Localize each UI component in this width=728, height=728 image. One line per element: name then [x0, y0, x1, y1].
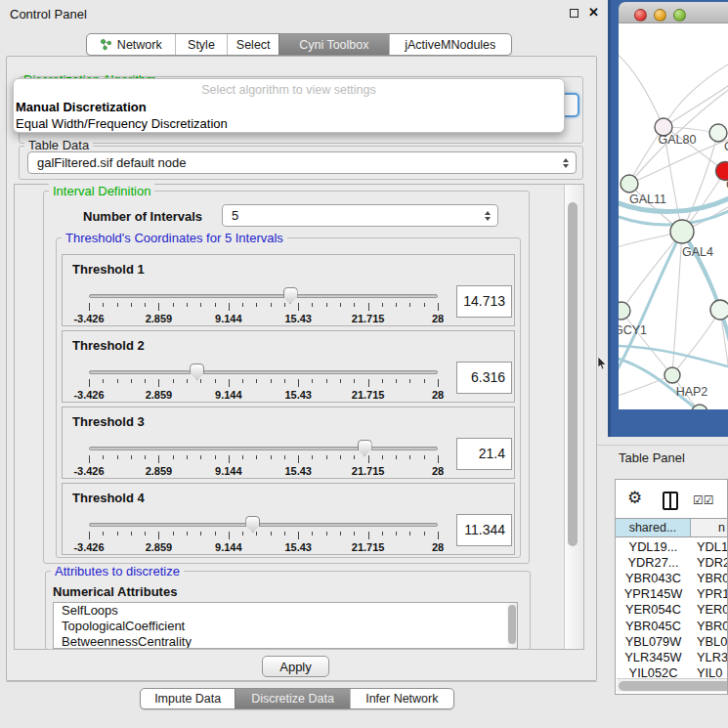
table-data-combo-value: galFiltered.sif default node: [37, 155, 186, 170]
threshold-slider[interactable]: -3.4262.8599.14415.4321.71528: [89, 515, 438, 554]
tab-style-label: Style: [188, 38, 215, 52]
slider-track[interactable]: [89, 294, 438, 298]
threshold-slider[interactable]: -3.4262.8599.14415.4321.71528: [89, 286, 438, 325]
tick-mark: [424, 303, 425, 307]
tab-style[interactable]: Style: [175, 34, 228, 55]
node-label-partial: G: [724, 140, 728, 153]
close-traffic-light-icon[interactable]: [634, 9, 647, 21]
tick-mark: [200, 455, 201, 459]
tick-mark: [173, 303, 174, 307]
slider-thumb[interactable]: [190, 364, 204, 380]
num-intervals-combo[interactable]: 5: [222, 204, 498, 227]
gear-icon[interactable]: ⚙: [627, 488, 642, 507]
node-label: GAL11: [629, 193, 666, 206]
threshold-slider[interactable]: -3.4262.8599.14415.4321.71528: [89, 363, 438, 402]
table-row[interactable]: YER054CYER0: [616, 602, 727, 618]
threshold-slider[interactable]: -3.4262.8599.14415.4321.71528: [89, 439, 438, 478]
cell-name[interactable]: YIL0: [691, 665, 727, 679]
cell-name[interactable]: YBL0: [691, 634, 727, 649]
cell-shared-name[interactable]: YBR045C: [616, 619, 691, 633]
close-icon[interactable]: ✕: [588, 5, 599, 20]
network-view-window[interactable]: GAL80GAL11GAL4GCY1HAP2GCH: [608, 0, 728, 437]
tick-mark: [103, 303, 104, 307]
slider-track[interactable]: [89, 447, 438, 450]
table-row[interactable]: YBR045CYBR0: [616, 618, 727, 633]
cell-name[interactable]: YER0: [691, 602, 727, 617]
table-row[interactable]: YLR345WYLR3: [616, 649, 727, 664]
settings-scrollbar-thumb[interactable]: [568, 202, 578, 546]
network-canvas[interactable]: GAL80GAL11GAL4GCY1HAP2GCH: [619, 23, 728, 409]
table-row[interactable]: YBL079WYBL0: [616, 633, 727, 649]
attributes-scrollbar-thumb[interactable]: [508, 605, 516, 644]
tab-jactivemnodules-label: jActiveMNodules: [405, 38, 495, 52]
tab-jactivemnodules[interactable]: jActiveMNodules: [389, 34, 511, 55]
table-row[interactable]: YIL052CYIL0: [616, 665, 727, 680]
table-row[interactable]: YDR27...YDR2: [616, 554, 727, 570]
tick-mark: [89, 303, 90, 311]
attribute-list-item[interactable]: TopologicalCoefficient: [54, 619, 517, 634]
table-data-combo[interactable]: galFiltered.sif default node: [27, 151, 577, 174]
cell-shared-name[interactable]: YIL052C: [616, 665, 691, 679]
network-node-gcy1[interactable]: [619, 302, 630, 320]
slider-track[interactable]: [89, 523, 438, 527]
slider-thumb[interactable]: [245, 516, 260, 533]
table-row[interactable]: YPR145WYPR1: [616, 586, 727, 602]
dropdown-option-equal-width[interactable]: Equal Width/Frequency Discretization: [16, 116, 228, 131]
threshold-value-field[interactable]: 6.316: [456, 362, 512, 394]
network-node-gal4[interactable]: [670, 220, 694, 243]
network-window-titlebar[interactable]: [619, 2, 728, 23]
minimize-traffic-light-icon[interactable]: [654, 9, 666, 21]
cell-shared-name[interactable]: YER054C: [616, 602, 691, 617]
slider-thumb[interactable]: [358, 440, 372, 456]
network-node-hap2[interactable]: [664, 367, 680, 383]
split-columns-icon[interactable]: [663, 492, 678, 510]
float-window-icon[interactable]: [570, 9, 578, 18]
threshold-value-field[interactable]: 14.713: [456, 285, 512, 318]
tick-label: 15.43: [284, 313, 312, 324]
tab-select[interactable]: Select: [227, 34, 278, 55]
cell-shared-name[interactable]: YPR145W: [616, 586, 691, 601]
attributes-list[interactable]: SelfLoopsTopologicalCoefficientBetweenne…: [53, 602, 518, 649]
attribute-list-item[interactable]: SelfLoops: [54, 603, 517, 619]
apply-button[interactable]: Apply: [262, 656, 329, 677]
table-row[interactable]: YDL19...YDL1: [616, 538, 727, 554]
threshold-value-field[interactable]: 21.4: [456, 438, 512, 470]
tick-label: 21.715: [352, 541, 385, 553]
cell-name[interactable]: YDL1: [691, 539, 727, 554]
column-header-name[interactable]: n: [691, 519, 727, 536]
tab-cyni-toolbox[interactable]: Cyni Toolbox: [278, 34, 388, 55]
cell-name[interactable]: YLR3: [691, 650, 727, 664]
tick-mark: [103, 455, 104, 459]
attribute-list-item[interactable]: BetweennessCentrality: [54, 634, 517, 649]
cell-name[interactable]: YBR0: [691, 571, 727, 585]
tab-infer-network[interactable]: Infer Network: [350, 689, 453, 708]
cell-shared-name[interactable]: YDL19...: [616, 539, 691, 554]
dropdown-option-manual[interactable]: Manual Discretization: [16, 100, 147, 114]
cell-shared-name[interactable]: YBR043C: [616, 571, 691, 585]
cell-name[interactable]: YPR1: [691, 586, 727, 601]
cell-shared-name[interactable]: YLR345W: [616, 650, 691, 664]
threshold-value-field[interactable]: 11.344: [456, 514, 512, 546]
select-columns-checkboxes-icon[interactable]: ☑☑: [693, 493, 714, 507]
table-hscrollbar-thumb[interactable]: [619, 681, 728, 691]
tab-impute-data[interactable]: Impute Data: [141, 689, 235, 708]
tick-mark: [354, 532, 355, 535]
settings-scrollbar[interactable]: [564, 185, 580, 649]
table-hscrollbar[interactable]: [617, 678, 727, 692]
zoom-traffic-light-icon[interactable]: [673, 9, 686, 21]
cell-shared-name[interactable]: YBL079W: [616, 634, 691, 649]
cell-shared-name[interactable]: YDR27...: [616, 555, 691, 570]
slider-thumb[interactable]: [283, 287, 298, 304]
tick-mark: [340, 379, 341, 383]
cell-name[interactable]: YDR2: [691, 555, 727, 570]
cell-name[interactable]: YBR0: [691, 619, 727, 633]
network-node[interactable]: [710, 300, 728, 320]
tab-discretize-data[interactable]: Discretize Data: [235, 689, 349, 708]
attributes-list-scrollbar[interactable]: [506, 603, 517, 648]
tab-network[interactable]: Network: [87, 34, 175, 55]
network-node-gal11[interactable]: [621, 175, 638, 193]
slider-track[interactable]: [89, 370, 438, 374]
combo-stepper-icon: [485, 211, 491, 221]
column-header-shared-name[interactable]: shared...: [616, 519, 691, 536]
table-row[interactable]: YBR043CYBR0: [616, 570, 727, 585]
